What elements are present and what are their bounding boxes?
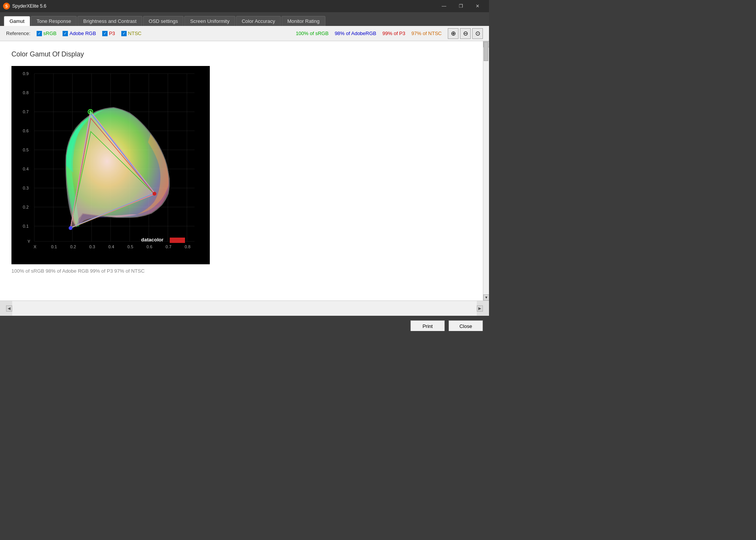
- ref-srgb-label: sRGB: [43, 31, 57, 36]
- close-button-footer[interactable]: Close: [449, 320, 483, 331]
- ref-p3: P3: [102, 31, 115, 36]
- zoom-fit-button[interactable]: ⊙: [472, 28, 483, 39]
- window-controls: — ❐ ✕: [436, 0, 486, 12]
- tab-color-accuracy[interactable]: Color Accuracy: [236, 16, 281, 26]
- svg-text:0.3: 0.3: [23, 186, 29, 190]
- svg-text:X: X: [34, 244, 37, 249]
- hscroll-track[interactable]: [12, 301, 477, 316]
- bottom-status-bar: ◀ ▶: [0, 301, 489, 316]
- svg-text:0.6: 0.6: [146, 244, 152, 249]
- ref-adobe: Adobe RGB: [63, 31, 96, 36]
- svg-text:0.5: 0.5: [23, 148, 29, 152]
- close-button[interactable]: ✕: [469, 0, 486, 12]
- checkbox-srgb[interactable]: [37, 31, 42, 36]
- stat-srgb: 100% of sRGB: [296, 31, 328, 36]
- svg-text:0.2: 0.2: [70, 244, 76, 249]
- svg-text:0.7: 0.7: [166, 244, 171, 249]
- scroll-down-arrow[interactable]: ▼: [483, 294, 489, 301]
- restore-button[interactable]: ❐: [452, 0, 469, 12]
- checkbox-adobe[interactable]: [63, 31, 68, 36]
- vertical-scrollbar[interactable]: ▲ ▼: [483, 41, 489, 301]
- svg-text:0.6: 0.6: [23, 129, 29, 133]
- zoom-in-button[interactable]: ⊕: [448, 28, 458, 39]
- tab-tone-response[interactable]: Tone Response: [31, 16, 77, 26]
- zoom-controls: ⊕ ⊖ ⊙: [448, 28, 483, 39]
- footer: Print Close: [0, 316, 489, 331]
- checkbox-p3[interactable]: [102, 31, 108, 36]
- svg-text:datacolor: datacolor: [141, 237, 164, 243]
- svg-text:0.2: 0.2: [23, 205, 29, 209]
- svg-text:0.4: 0.4: [108, 244, 114, 249]
- svg-text:0.1: 0.1: [23, 224, 29, 228]
- stat-ntsc: 97% of NTSC: [412, 31, 442, 36]
- content-title: Color Gamut Of Display: [11, 50, 471, 58]
- stat-adobe: 98% of AdobeRGB: [335, 31, 376, 36]
- svg-text:0.5: 0.5: [127, 244, 133, 249]
- minimize-button[interactable]: —: [436, 0, 452, 12]
- ref-adobe-label: Adobe RGB: [69, 31, 96, 36]
- cie-diagram-container: 0.9 0.8 0.7 0.6 0.5 0.4 0.3 0.2 0.1 X 0.…: [11, 66, 210, 264]
- ref-srgb: sRGB: [37, 31, 57, 36]
- titlebar: S SpyderXElite 5.6 — ❐ ✕: [0, 0, 489, 12]
- app-icon: S: [3, 3, 10, 10]
- reference-label: Reference:: [6, 31, 31, 36]
- svg-text:0.8: 0.8: [23, 90, 29, 95]
- svg-text:0.7: 0.7: [23, 109, 29, 114]
- ref-p3-label: P3: [109, 31, 115, 36]
- svg-text:0.9: 0.9: [23, 71, 29, 76]
- print-button[interactable]: Print: [410, 320, 445, 331]
- tab-screen-uniformity[interactable]: Screen Uniformity: [184, 16, 235, 26]
- hscroll-right-arrow[interactable]: ▶: [477, 305, 483, 312]
- scroll-thumb[interactable]: [484, 42, 488, 61]
- bottom-stats: 100% of sRGB 98% of Adobe RGB 99% of P3 …: [11, 268, 471, 274]
- svg-text:Y: Y: [27, 239, 31, 244]
- tab-bar: Gamut Tone Response Brightness and Contr…: [0, 12, 489, 26]
- cie-diagram: 0.9 0.8 0.7 0.6 0.5 0.4 0.3 0.2 0.1 X 0.…: [11, 66, 210, 264]
- tab-monitor-rating[interactable]: Monitor Rating: [281, 16, 325, 26]
- svg-text:0.3: 0.3: [89, 244, 95, 249]
- svg-point-49: [69, 226, 72, 230]
- stat-p3: 99% of P3: [383, 31, 405, 36]
- svg-text:0.4: 0.4: [23, 167, 29, 171]
- hscroll-left-arrow[interactable]: ◀: [6, 305, 12, 312]
- main-area: Color Gamut Of Display: [0, 41, 489, 301]
- ref-ntsc: NTSC: [121, 31, 142, 36]
- svg-point-47: [89, 111, 92, 113]
- svg-rect-51: [170, 238, 185, 243]
- zoom-out-button[interactable]: ⊖: [460, 28, 471, 39]
- main-content: Color Gamut Of Display: [0, 41, 483, 301]
- svg-point-48: [153, 192, 156, 196]
- svg-text:0.8: 0.8: [185, 244, 190, 249]
- svg-text:0.1: 0.1: [51, 244, 57, 249]
- reference-bar: Reference: sRGB Adobe RGB P3 NTSC 100% o…: [0, 26, 489, 41]
- app-title: SpyderXElite 5.6: [12, 3, 436, 9]
- tab-brightness-contrast[interactable]: Brightness and Contrast: [77, 16, 142, 26]
- tab-gamut[interactable]: Gamut: [4, 16, 30, 26]
- checkbox-ntsc[interactable]: [121, 31, 127, 36]
- content-wrapper: Reference: sRGB Adobe RGB P3 NTSC 100% o…: [0, 26, 489, 316]
- ref-ntsc-label: NTSC: [128, 31, 142, 36]
- tab-osd-settings[interactable]: OSD settings: [143, 16, 184, 26]
